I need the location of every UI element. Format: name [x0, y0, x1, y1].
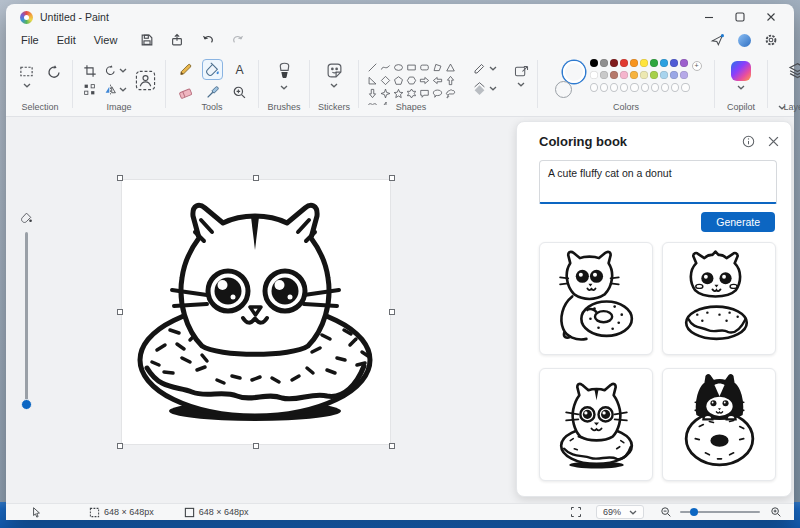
- rectangle-shape-icon[interactable]: [406, 62, 417, 73]
- color-swatch[interactable]: [680, 59, 688, 67]
- zoom-out-icon[interactable]: [660, 506, 672, 518]
- maximize-button[interactable]: [729, 9, 751, 25]
- thumbnail-cat-hugging-donut[interactable]: [539, 242, 653, 355]
- color-swatch[interactable]: [620, 71, 628, 79]
- thumbnail-black-cat-behind-donut[interactable]: [662, 368, 776, 481]
- star-six-shape-icon[interactable]: [406, 88, 417, 99]
- color-swatch[interactable]: [660, 59, 668, 67]
- text-tool-icon[interactable]: A: [232, 62, 247, 77]
- zoom-slider-track[interactable]: [680, 511, 760, 513]
- color-swatch[interactable]: [660, 71, 668, 79]
- color-swatch[interactable]: [630, 59, 638, 67]
- callout-cloud-shape-icon[interactable]: [445, 88, 456, 99]
- canvas[interactable]: [122, 180, 390, 444]
- lightning-shape-icon[interactable]: [380, 101, 391, 105]
- selection-handle-bottom-left[interactable]: [117, 443, 123, 449]
- color-swatch[interactable]: [650, 71, 658, 79]
- curve-shape-icon[interactable]: [380, 62, 391, 73]
- heart-shape-icon[interactable]: [367, 101, 378, 105]
- empty-color-slot[interactable]: [641, 83, 649, 92]
- selection-handle-top-right[interactable]: [389, 175, 395, 181]
- oval-shape-icon[interactable]: [393, 62, 404, 73]
- empty-color-slot[interactable]: [600, 83, 608, 92]
- close-window-button[interactable]: [760, 9, 782, 25]
- save-button[interactable]: [140, 33, 154, 47]
- star-five-shape-icon[interactable]: [393, 88, 404, 99]
- settings-gear-icon[interactable]: [764, 33, 778, 47]
- color-swatch[interactable]: [640, 59, 648, 67]
- color-swatch[interactable]: [600, 71, 608, 79]
- color-swatch[interactable]: [630, 71, 638, 79]
- info-icon[interactable]: [742, 135, 755, 148]
- thumbnail-fluffy-cat-on-donut[interactable]: [662, 242, 776, 355]
- account-icon[interactable]: [738, 34, 751, 47]
- overflow-chevron-icon[interactable]: [517, 82, 525, 87]
- menu-file[interactable]: File: [12, 32, 48, 48]
- send-feedback-icon[interactable]: [710, 33, 725, 47]
- arrow-down-shape-icon[interactable]: [367, 88, 378, 99]
- line-shape-icon[interactable]: [367, 62, 378, 73]
- callout-rectangle-shape-icon[interactable]: [419, 88, 430, 99]
- generate-button[interactable]: Generate: [701, 212, 775, 232]
- menu-edit[interactable]: Edit: [48, 32, 85, 48]
- empty-color-slot[interactable]: [590, 83, 598, 92]
- empty-color-slot[interactable]: [661, 83, 669, 92]
- fill-tool-selected[interactable]: [202, 59, 223, 80]
- color-swatch[interactable]: [620, 59, 628, 67]
- empty-color-slot[interactable]: [671, 83, 679, 92]
- layers-icon[interactable]: [788, 62, 800, 79]
- selection-handle-middle-right[interactable]: [389, 309, 395, 315]
- brushes-dropdown-chevron-icon[interactable]: [280, 85, 288, 90]
- color-swatch[interactable]: [670, 59, 678, 67]
- polygon-shape-icon[interactable]: [432, 62, 443, 73]
- fill-slider-thumb[interactable]: [21, 399, 32, 410]
- menu-view[interactable]: View: [85, 32, 127, 48]
- empty-color-slot[interactable]: [620, 83, 628, 92]
- share-button[interactable]: [170, 33, 184, 47]
- arrow-right-shape-icon[interactable]: [419, 75, 430, 86]
- close-panel-icon[interactable]: [768, 136, 779, 147]
- crop-icon[interactable]: [83, 64, 97, 78]
- shape-fill-button[interactable]: [472, 82, 497, 95]
- rectangle-select-button[interactable]: [18, 64, 35, 88]
- color-swatch[interactable]: [640, 71, 648, 79]
- color-swatch[interactable]: [610, 71, 618, 79]
- copilot-chevron-icon[interactable]: [737, 85, 745, 90]
- rounded-rectangle-shape-icon[interactable]: [419, 62, 430, 73]
- color-picker-tool-icon[interactable]: [205, 85, 220, 100]
- color-swatch[interactable]: [610, 59, 618, 67]
- empty-color-slot[interactable]: [651, 83, 659, 92]
- shape-outline-button[interactable]: [472, 62, 497, 75]
- collapse-ribbon-chevron-icon[interactable]: [778, 105, 786, 110]
- arrow-up-shape-icon[interactable]: [445, 75, 456, 86]
- remove-background-icon[interactable]: [135, 70, 156, 91]
- right-triangle-shape-icon[interactable]: [367, 75, 378, 86]
- pencil-tool-icon[interactable]: [178, 62, 193, 77]
- selection-handle-top-left[interactable]: [117, 175, 123, 181]
- resize-skew-icon[interactable]: [83, 83, 96, 96]
- copilot-icon[interactable]: [731, 61, 751, 81]
- prompt-input[interactable]: A cute fluffy cat on a donut: [539, 160, 777, 204]
- color-swatch[interactable]: [590, 71, 598, 79]
- empty-color-slot[interactable]: [681, 83, 689, 92]
- selection-handle-bottom-right[interactable]: [389, 443, 395, 449]
- stickers-dropdown-chevron-icon[interactable]: [330, 83, 338, 88]
- pentagon-shape-icon[interactable]: [393, 75, 404, 86]
- selection-handle-top-middle[interactable]: [253, 175, 259, 181]
- arrow-left-shape-icon[interactable]: [432, 75, 443, 86]
- thumbnail-cat-head-in-donut[interactable]: [539, 368, 653, 481]
- selection-dropdown-chevron-icon[interactable]: [23, 83, 31, 88]
- selection-handle-middle-left[interactable]: [117, 309, 123, 315]
- callout-oval-shape-icon[interactable]: [432, 88, 443, 99]
- fit-to-screen-icon[interactable]: [570, 506, 582, 518]
- selection-handle-bottom-middle[interactable]: [253, 443, 259, 449]
- redo-button[interactable]: [231, 33, 246, 47]
- empty-color-slot[interactable]: [630, 83, 638, 92]
- free-rotate-icon[interactable]: [46, 64, 62, 80]
- zoom-level-dropdown[interactable]: 69%: [596, 505, 644, 519]
- sticker-icon[interactable]: [326, 62, 343, 79]
- color-swatch[interactable]: [650, 59, 658, 67]
- color-swatch[interactable]: [590, 59, 598, 67]
- color-swatch[interactable]: [670, 71, 678, 79]
- brush-icon[interactable]: [276, 62, 293, 81]
